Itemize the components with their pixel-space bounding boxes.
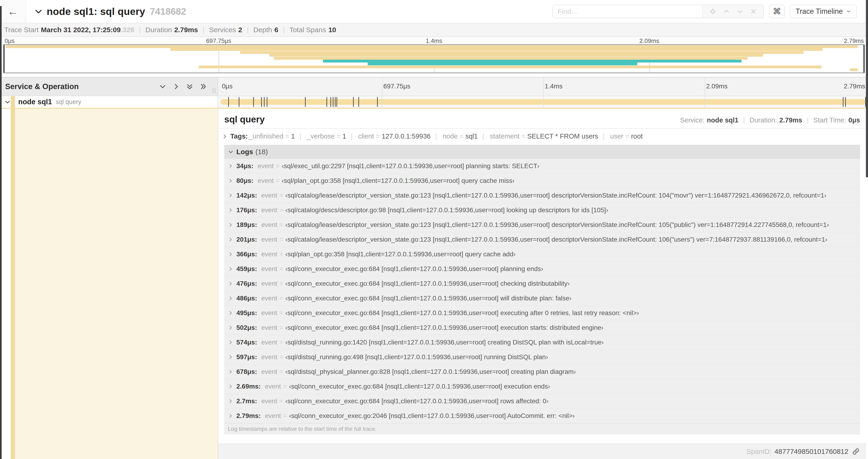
ruler-tick-label: 697.75μs bbox=[206, 37, 231, 44]
log-timestamp: 2.69ms: bbox=[236, 383, 260, 390]
log-event-tick bbox=[253, 97, 254, 107]
log-row[interactable]: 678μs: event = ‹sql/distsql_physical_pla… bbox=[224, 365, 860, 379]
tag-key: _unfinished bbox=[249, 132, 283, 140]
log-timestamp: 142μs: bbox=[236, 192, 257, 199]
log-row[interactable]: 366μs: event = ‹sql/plan_opt.go:358 [nsq… bbox=[224, 247, 860, 262]
log-chevron-right-icon bbox=[228, 399, 233, 404]
locate-icon[interactable] bbox=[706, 8, 720, 15]
span-id-value: 4877749850101760812 bbox=[774, 448, 848, 456]
log-value: ‹sql/conn_executor_exec.go:684 [nsql1,cl… bbox=[285, 309, 639, 317]
log-row[interactable]: 597μs: event = ‹sql/distsql_running.go:4… bbox=[224, 350, 860, 365]
log-field-name: event bbox=[265, 383, 281, 390]
minimap-span-bar bbox=[850, 68, 858, 71]
view-selector-button[interactable]: Trace Timeline bbox=[790, 5, 857, 18]
log-event-tick bbox=[353, 97, 354, 107]
logs-header[interactable]: Logs (18) bbox=[224, 145, 860, 159]
minimap-canvas[interactable] bbox=[3, 44, 865, 73]
log-chevron-right-icon bbox=[228, 325, 233, 330]
equals-sign: = bbox=[283, 412, 287, 420]
vertical-scrollbar-thumb[interactable] bbox=[866, 0, 868, 177]
span-row-name-column[interactable]: node sql1 sql query bbox=[0, 96, 218, 108]
collapse-trace-chevron-down-icon[interactable] bbox=[34, 7, 43, 16]
log-timestamp: 486μs: bbox=[236, 295, 257, 302]
span-meta-value: node sql1 bbox=[707, 117, 738, 124]
tag-key: client bbox=[358, 132, 374, 140]
log-row[interactable]: 2.69ms: event = ‹sql/conn_executor_exec.… bbox=[224, 379, 860, 394]
expand-one-chevron-right-icon[interactable] bbox=[173, 83, 180, 90]
log-event-tick bbox=[335, 97, 336, 107]
log-row[interactable]: 2.7ms: event = ‹sql/conn_executor_exec.g… bbox=[224, 394, 860, 408]
log-chevron-right-icon bbox=[228, 281, 233, 286]
log-row[interactable]: 476μs: event = ‹sql/conn_executor_exec.g… bbox=[224, 276, 860, 291]
span-meta-item: Start Time:0μs bbox=[813, 117, 860, 124]
tags-row[interactable]: Tags: _unfinished=1 | _verbose=1 | clien… bbox=[219, 128, 866, 145]
log-row[interactable]: 34μs: event = ‹sql/exec_util.go:2297 [ns… bbox=[224, 159, 860, 173]
log-timestamp: 574μs: bbox=[236, 339, 257, 346]
clear-search-icon[interactable] bbox=[747, 8, 760, 15]
minimap-right-scrubber[interactable] bbox=[863, 45, 865, 72]
log-row[interactable]: 2.79ms: event = ‹sql/conn_executor_exec.… bbox=[224, 408, 860, 423]
log-row[interactable]: 80μs: event = ‹sql/plan_opt.go:358 [nsql… bbox=[224, 173, 860, 188]
ruler-tick-label: 0μs bbox=[5, 37, 14, 44]
log-row[interactable]: 189μs: event = ‹sql/catalog/lease/descri… bbox=[224, 218, 860, 232]
keyboard-shortcuts-button[interactable]: ⌘ bbox=[769, 5, 785, 18]
trace-info-label: Duration bbox=[145, 26, 172, 34]
collapse-all-double-chevron-down-icon[interactable] bbox=[186, 83, 193, 90]
trace-info-label: Trace Start bbox=[4, 26, 38, 34]
copy-link-icon[interactable] bbox=[852, 448, 860, 455]
log-field-name: event bbox=[261, 309, 277, 317]
find-input[interactable] bbox=[553, 5, 702, 18]
log-chevron-right-icon bbox=[228, 310, 233, 316]
log-timestamp: 80μs: bbox=[236, 177, 253, 185]
equals-sign: = bbox=[279, 339, 283, 346]
column-resize-grip[interactable]: || bbox=[212, 87, 216, 94]
log-chevron-right-icon bbox=[228, 340, 233, 345]
collapse-one-chevron-down-icon[interactable] bbox=[159, 83, 166, 90]
log-row[interactable]: 495μs: event = ‹sql/conn_executor_exec.g… bbox=[224, 306, 860, 321]
tag-item: statement=SELECT * FROM users bbox=[489, 132, 598, 140]
log-timestamp: 2.79ms: bbox=[236, 412, 260, 420]
separator: | bbox=[247, 26, 249, 34]
next-match-chevron-down-icon[interactable] bbox=[733, 8, 747, 15]
separator: | bbox=[139, 26, 141, 34]
log-row[interactable]: 502μs: event = ‹sql/conn_executor_exec.g… bbox=[224, 321, 860, 335]
gridline bbox=[705, 77, 705, 96]
span-meta-label: Duration: bbox=[749, 117, 777, 124]
minimap-span-bar bbox=[240, 51, 804, 54]
log-event-tick bbox=[239, 97, 239, 107]
log-event-tick bbox=[377, 97, 378, 107]
separator: | bbox=[203, 26, 205, 34]
log-row[interactable]: 574μs: event = ‹sql/distsql_running.go:1… bbox=[224, 335, 860, 350]
tag-key: node bbox=[443, 132, 458, 140]
log-chevron-right-icon bbox=[228, 237, 233, 242]
log-value: ‹sql/conn_executor_exec.go:684 [nsql1,cl… bbox=[285, 265, 543, 273]
log-row[interactable]: 459μs: event = ‹sql/conn_executor_exec.g… bbox=[224, 262, 860, 276]
minimap-span-bar bbox=[199, 66, 822, 68]
expand-all-double-chevron-right-icon[interactable] bbox=[199, 83, 207, 90]
log-value: ‹sql/conn_executor_exec.go:684 [nsql1,cl… bbox=[285, 324, 603, 331]
minimap-left-scrubber[interactable] bbox=[3, 45, 5, 72]
trace-info-fraction: .326 bbox=[121, 26, 134, 34]
equals-sign: = bbox=[522, 132, 525, 140]
prev-match-chevron-up-icon[interactable] bbox=[720, 8, 733, 15]
tag-item: _unfinished=1 bbox=[248, 132, 295, 140]
jaeger-trace-timeline-page: ← node sql1: sql query 7418682 bbox=[0, 0, 868, 459]
separator: | bbox=[483, 132, 485, 140]
log-row[interactable]: 142μs: event = ‹sql/catalog/lease/descri… bbox=[224, 188, 860, 203]
span-meta-item: Duration:2.79ms bbox=[749, 117, 802, 124]
gridline bbox=[382, 77, 382, 96]
separator: | bbox=[351, 132, 353, 140]
span-collapse-chevron-down-icon[interactable] bbox=[4, 99, 11, 105]
log-chevron-right-icon bbox=[228, 384, 233, 389]
log-row[interactable]: 201μs: event = ‹sql/catalog/lease/descri… bbox=[224, 232, 860, 247]
trace-info-label: Depth bbox=[253, 26, 272, 34]
log-event-tick bbox=[337, 97, 337, 107]
find-group bbox=[553, 5, 764, 18]
back-button[interactable]: ← bbox=[0, 0, 26, 23]
log-row[interactable]: 176μs: event = ‹sql/catalog/descs/descri… bbox=[224, 203, 860, 218]
tag-item: _verbose=1 bbox=[306, 132, 346, 140]
span-row-timeline[interactable] bbox=[218, 96, 868, 108]
log-field-name: event bbox=[261, 353, 277, 361]
equals-sign: = bbox=[276, 177, 280, 185]
log-row[interactable]: 486μs: event = ‹sql/conn_executor_exec.g… bbox=[224, 291, 860, 306]
